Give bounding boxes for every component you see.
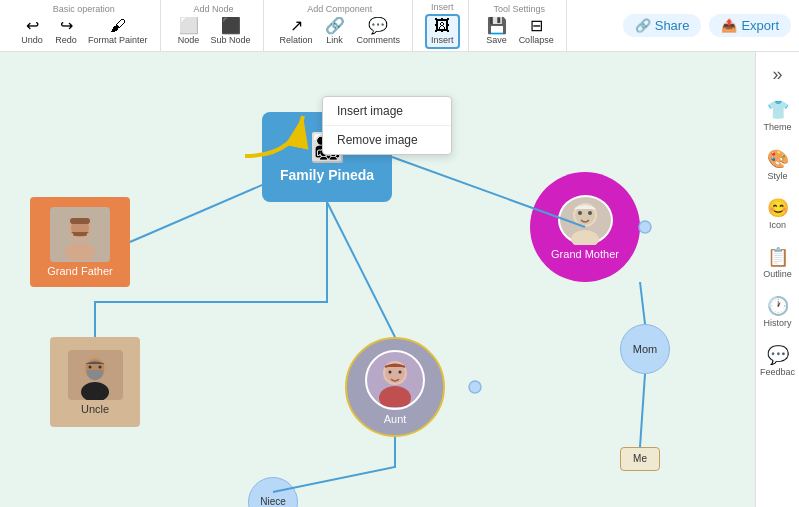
- svg-point-19: [379, 386, 411, 407]
- niece-node[interactable]: Niece: [248, 477, 298, 507]
- collapse-label: Collapse: [519, 35, 554, 45]
- insert-image-item[interactable]: Insert image: [323, 97, 451, 126]
- add-component-buttons: ↗ Relation 🔗 Link 💬 Comments: [276, 16, 405, 47]
- comments-icon: 💬: [368, 18, 388, 34]
- history-icon: 🕐: [767, 295, 789, 317]
- mom-label: Mom: [633, 324, 657, 374]
- sidebar-history-button[interactable]: 🕐 History: [759, 289, 797, 334]
- share-label: Share: [655, 18, 690, 33]
- uncle-label: Uncle: [81, 403, 109, 415]
- export-icon: 📤: [721, 18, 737, 33]
- format-painter-button[interactable]: 🖌 Format Painter: [84, 16, 152, 47]
- svg-point-17: [99, 365, 102, 368]
- sub-node-button[interactable]: ⬛ Sub Node: [207, 16, 255, 47]
- insert-icon: 🖼: [434, 18, 450, 34]
- insert-group-label: Insert: [431, 2, 454, 12]
- node-button[interactable]: ⬜ Node: [173, 16, 205, 47]
- aunt-label: Aunt: [384, 413, 407, 425]
- remove-image-item[interactable]: Remove image: [323, 126, 451, 154]
- svg-point-1: [639, 221, 651, 233]
- svg-rect-6: [70, 218, 90, 224]
- sidebar-theme-button[interactable]: 👕 Theme: [759, 93, 797, 138]
- niece-label: Niece: [260, 477, 286, 507]
- collapse-icon: ⊟: [530, 18, 543, 34]
- basic-operation-label: Basic operation: [53, 4, 115, 14]
- svg-point-9: [571, 230, 599, 245]
- svg-point-14: [81, 382, 109, 400]
- insert-button[interactable]: 🖼 Insert: [425, 14, 460, 49]
- style-icon: 🎨: [767, 148, 789, 170]
- collapse-button[interactable]: ⊟ Collapse: [515, 16, 558, 47]
- style-label: Style: [767, 171, 787, 181]
- basic-operation-buttons: ↩ Undo ↪ Redo 🖌 Format Painter: [16, 16, 152, 47]
- redo-button[interactable]: ↪ Redo: [50, 16, 82, 47]
- sidebar-icon-button[interactable]: 😊 Icon: [759, 191, 797, 236]
- mind-map-canvas[interactable]: Insert image Remove image 👨‍👩‍👧‍👦 Family…: [0, 52, 755, 507]
- toolbar: Basic operation ↩ Undo ↪ Redo 🖌 Format P…: [0, 0, 799, 52]
- comments-button[interactable]: 💬 Comments: [353, 16, 405, 47]
- add-node-buttons: ⬜ Node ⬛ Sub Node: [173, 16, 255, 47]
- grandmother-avatar: [558, 195, 613, 245]
- history-label: History: [763, 318, 791, 328]
- grandfather-label: Grand Father: [47, 265, 112, 277]
- insert-group: Insert 🖼 Insert: [417, 0, 469, 51]
- me-label: Me: [633, 447, 647, 471]
- outline-label: Outline: [763, 269, 792, 279]
- insert-buttons: 🖼 Insert: [425, 14, 460, 49]
- me-node[interactable]: Me: [620, 447, 660, 471]
- link-icon: 🔗: [325, 18, 345, 34]
- add-component-group: Add Component ↗ Relation 🔗 Link 💬 Commen…: [268, 0, 414, 51]
- add-node-label: Add Node: [194, 4, 234, 14]
- save-label: Save: [486, 35, 507, 45]
- uncle-avatar: [68, 350, 123, 400]
- tool-settings-group: Tool Settings 💾 Save ⊟ Collapse: [473, 0, 567, 51]
- link-label-btn: Link: [326, 35, 343, 45]
- feedback-icon: 💬: [767, 344, 789, 366]
- tool-settings-label: Tool Settings: [493, 4, 545, 14]
- undo-icon: ↩: [26, 18, 39, 34]
- format-painter-label: Format Painter: [88, 35, 148, 45]
- share-button[interactable]: 🔗 Share: [623, 14, 702, 37]
- add-component-label: Add Component: [307, 4, 372, 14]
- redo-label: Redo: [55, 35, 77, 45]
- right-sidebar: » 👕 Theme 🎨 Style 😊 Icon 📋 Outline 🕐 His…: [755, 52, 799, 507]
- svg-point-16: [89, 365, 92, 368]
- share-icon: 🔗: [635, 18, 651, 33]
- svg-point-22: [398, 371, 401, 374]
- save-button[interactable]: 💾 Save: [481, 16, 513, 47]
- link-button[interactable]: 🔗 Link: [319, 16, 351, 47]
- uncle-node[interactable]: Uncle: [50, 337, 140, 427]
- add-node-group: Add Node ⬜ Node ⬛ Sub Node: [165, 0, 264, 51]
- relation-button[interactable]: ↗ Relation: [276, 16, 317, 47]
- sub-node-icon: ⬛: [221, 18, 241, 34]
- feedback-label: Feedbac: [760, 367, 795, 377]
- main-area: Insert image Remove image 👨‍👩‍👧‍👦 Family…: [0, 52, 799, 507]
- theme-label: Theme: [763, 122, 791, 132]
- sidebar-outline-button[interactable]: 📋 Outline: [759, 240, 797, 285]
- relation-icon: ↗: [290, 18, 303, 34]
- icon-icon: 😊: [767, 197, 789, 219]
- undo-button[interactable]: ↩ Undo: [16, 16, 48, 47]
- svg-point-0: [469, 381, 481, 393]
- svg-point-11: [578, 211, 582, 215]
- insert-label: Insert: [431, 35, 454, 45]
- outline-icon: 📋: [767, 246, 789, 268]
- sub-node-label: Sub Node: [211, 35, 251, 45]
- sidebar-feedback-button[interactable]: 💬 Feedbac: [759, 338, 797, 383]
- relation-label: Relation: [280, 35, 313, 45]
- svg-point-4: [65, 242, 95, 260]
- aunt-node[interactable]: Aunt: [345, 337, 445, 437]
- grandmother-node[interactable]: Grand Mother: [530, 172, 640, 282]
- sidebar-collapse-button[interactable]: »: [768, 60, 786, 89]
- node-icon: ⬜: [179, 18, 199, 34]
- export-button[interactable]: 📤 Export: [709, 14, 791, 37]
- insert-dropdown: Insert image Remove image: [322, 96, 452, 155]
- mom-node[interactable]: Mom: [620, 324, 670, 374]
- grandfather-node[interactable]: Grand Father: [30, 197, 130, 287]
- sidebar-style-button[interactable]: 🎨 Style: [759, 142, 797, 187]
- grandmother-label: Grand Mother: [551, 248, 619, 260]
- basic-operation-group: Basic operation ↩ Undo ↪ Redo 🖌 Format P…: [8, 0, 161, 51]
- header-right: 🔗 Share 📤 Export: [623, 14, 791, 37]
- theme-icon: 👕: [767, 99, 789, 121]
- svg-point-12: [588, 211, 592, 215]
